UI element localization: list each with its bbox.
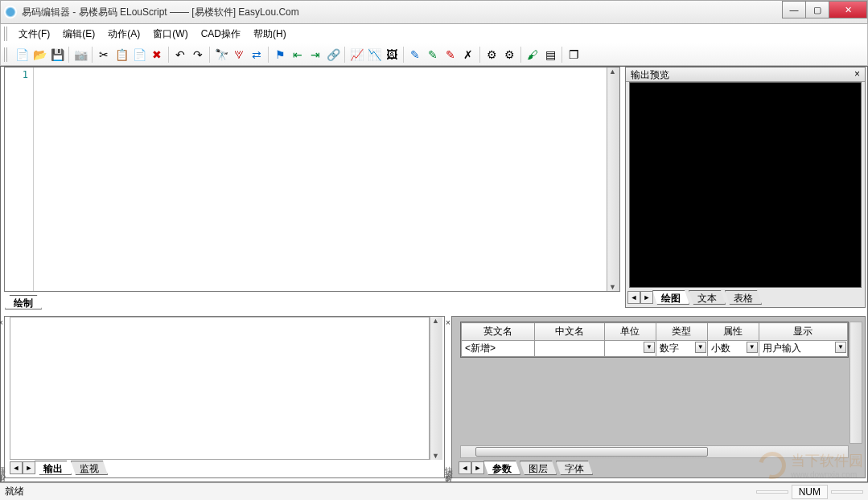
maximize-button[interactable]: ▢ <box>805 1 829 18</box>
preview-tabs: ◄ ► 绘图 文本 表格 <box>627 289 863 305</box>
menu-grip[interactable] <box>4 27 9 41</box>
cell-cn[interactable] <box>534 341 604 357</box>
tab-layer[interactable]: 图层 <box>520 461 557 475</box>
cut-icon[interactable]: ✂ <box>96 47 112 63</box>
code-input[interactable] <box>34 68 607 291</box>
output-tab-prev-icon[interactable]: ◄ <box>10 461 23 474</box>
chart-icon[interactable]: 📈 <box>348 47 364 63</box>
gear-icon[interactable]: ⚙ <box>483 47 500 63</box>
output-tab-next-icon[interactable]: ► <box>23 461 35 474</box>
col-attr[interactable]: 属性 <box>707 323 759 341</box>
col-unit[interactable]: 单位 <box>605 323 656 341</box>
find-next-icon[interactable]: ⩔ <box>231 47 247 63</box>
replace-icon[interactable]: ⇄ <box>249 47 265 63</box>
preview-title-text: 输出预览 <box>631 68 669 80</box>
menu-help[interactable]: 帮助(H) <box>247 26 293 43</box>
tab-prev-icon[interactable]: ◄ <box>627 291 640 304</box>
dropdown-icon[interactable]: ▼ <box>747 342 758 353</box>
param-table: 英文名 中文名 单位 类型 属性 显示 <新增> ▼ 数字▼ 小数▼ 用户输入▼ <box>460 322 849 358</box>
gear2-icon[interactable]: ⚙ <box>501 47 517 63</box>
editor-scrollbar[interactable] <box>607 68 619 291</box>
preview-close-icon[interactable]: × <box>854 68 860 80</box>
doc-icon[interactable]: ▤ <box>542 47 558 63</box>
find-icon[interactable]: 🔭 <box>213 47 229 63</box>
dropdown-icon[interactable]: ▼ <box>835 342 846 353</box>
menu-action[interactable]: 动作(A) <box>101 26 146 43</box>
main-area: 1 绘制 输出预览 × ◄ ► 绘图 文本 表格 × 调试输出 ◄ ► 输出 监… <box>0 66 868 482</box>
tab-draw[interactable]: 绘制 <box>5 295 42 309</box>
image-icon[interactable]: 🖼 <box>384 47 400 63</box>
cell-show[interactable]: 用户输入▼ <box>759 341 847 357</box>
dropdown-icon[interactable]: ▼ <box>644 342 655 353</box>
cell-type[interactable]: 数字▼ <box>656 341 707 357</box>
output-text[interactable] <box>10 317 430 460</box>
indent-icon[interactable]: ⇥ <box>307 47 323 63</box>
param-tab-next-icon[interactable]: ► <box>471 461 484 474</box>
open-icon[interactable]: 📂 <box>31 47 47 63</box>
brush-icon[interactable]: 🖌 <box>525 47 541 63</box>
col-show[interactable]: 显示 <box>759 323 847 341</box>
save-icon[interactable]: 💾 <box>49 47 65 63</box>
editor-tabs: 绘制 <box>6 293 42 309</box>
paste-icon[interactable]: 📄 <box>131 47 147 63</box>
param-close-icon[interactable]: × <box>446 318 450 327</box>
app-icon <box>4 6 17 18</box>
delete-icon[interactable]: ✖ <box>149 47 165 63</box>
output-close-icon[interactable]: × <box>0 318 3 327</box>
param-side-label: 快捷参数 <box>442 460 454 473</box>
undo-icon[interactable]: ↶ <box>172 47 188 63</box>
pen-x-icon[interactable]: ✗ <box>460 47 476 63</box>
col-en[interactable]: 英文名 <box>462 323 535 341</box>
toolbar: 📄 📂 💾 📷 ✂ 📋 📄 ✖ ↶ ↷ 🔭 ⩔ ⇄ ⚑ ⇤ ⇥ 🔗 📈 📉 🖼 … <box>0 43 868 66</box>
preview-panel: 输出预览 × ◄ ► 绘图 文本 表格 <box>625 67 866 308</box>
param-tab-prev-icon[interactable]: ◄ <box>459 461 471 474</box>
param-row-new[interactable]: <新增> ▼ 数字▼ 小数▼ 用户输入▼ <box>462 341 848 357</box>
tab-preview-text[interactable]: 文本 <box>689 290 726 305</box>
copy-icon[interactable]: 📋 <box>113 47 130 63</box>
tab-watch[interactable]: 监视 <box>71 461 108 475</box>
menu-window[interactable]: 窗口(W) <box>146 26 194 43</box>
window-icon[interactable]: ❐ <box>566 47 582 63</box>
tab-output[interactable]: 输出 <box>35 461 72 475</box>
tab-font[interactable]: 字体 <box>556 461 593 475</box>
camera-icon[interactable]: 📷 <box>72 47 88 63</box>
col-cn[interactable]: 中文名 <box>534 323 604 341</box>
param-scrollbar-v[interactable] <box>849 322 862 444</box>
bookmark-icon[interactable]: ⚑ <box>272 47 288 63</box>
title-bar: 易码编辑器 - 易楼易码 ELouScript —— [易楼软件] EasyLo… <box>0 0 868 24</box>
menu-edit[interactable]: 编辑(E) <box>56 26 101 43</box>
cell-unit[interactable]: ▼ <box>605 341 656 357</box>
param-header-row: 英文名 中文名 单位 类型 属性 显示 <box>462 323 848 341</box>
new-icon[interactable]: 📄 <box>14 47 30 63</box>
outdent-icon[interactable]: ⇤ <box>290 47 306 63</box>
tab-next-icon[interactable]: ► <box>640 291 653 304</box>
output-scrollbar[interactable] <box>430 317 442 460</box>
close-button[interactable]: ✕ <box>829 1 867 18</box>
param-scrollbar-h[interactable] <box>460 445 849 458</box>
preview-canvas[interactable] <box>629 82 862 288</box>
tab-param[interactable]: 参数 <box>483 461 520 475</box>
toolbar-grip[interactable] <box>4 47 9 62</box>
code-editor: 1 <box>4 67 620 292</box>
menu-cad[interactable]: CAD操作 <box>195 26 247 43</box>
redo-icon[interactable]: ↷ <box>190 47 206 63</box>
line-number: 1 <box>23 69 28 80</box>
chart2-icon[interactable]: 📉 <box>366 47 382 63</box>
pen-green-icon[interactable]: ✎ <box>425 47 441 63</box>
dropdown-icon[interactable]: ▼ <box>695 342 706 353</box>
output-panel: × 调试输出 ◄ ► 输出 监视 <box>4 316 445 478</box>
pen-blue-icon[interactable]: ✎ <box>407 47 423 63</box>
menu-file[interactable]: 文件(F) <box>12 26 56 43</box>
tab-preview-draw[interactable]: 绘图 <box>652 290 689 305</box>
link-icon[interactable]: 🔗 <box>325 47 341 63</box>
pen-red-icon[interactable]: ✎ <box>442 47 459 63</box>
col-type[interactable]: 类型 <box>656 323 707 341</box>
minimize-button[interactable]: — <box>782 1 806 18</box>
line-gutter: 1 <box>5 68 34 291</box>
parameter-panel: × 快捷参数 英文名 中文名 单位 类型 属性 显示 <新增> ▼ 数字▼ 小数… <box>451 316 866 478</box>
window-title: 易码编辑器 - 易楼易码 ELouScript —— [易楼软件] EasyLo… <box>22 6 864 19</box>
scroll-thumb[interactable] <box>475 447 708 457</box>
tab-preview-table[interactable]: 表格 <box>725 290 762 305</box>
cell-en[interactable]: <新增> <box>462 341 535 357</box>
cell-attr[interactable]: 小数▼ <box>707 341 759 357</box>
